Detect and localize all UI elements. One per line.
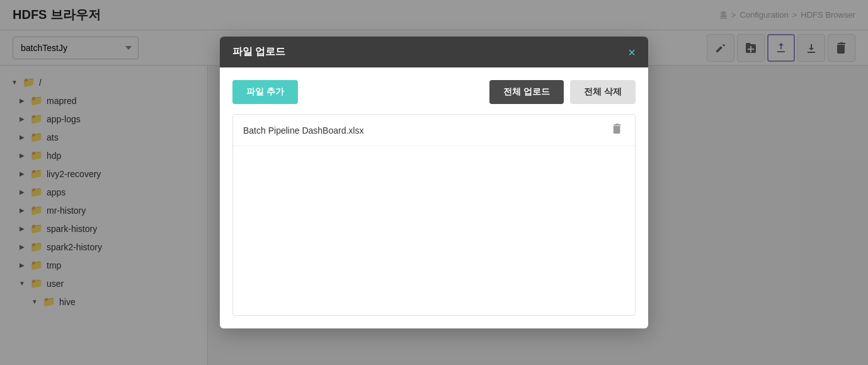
upload-modal: 파일 업로드 × 파일 추가 전체 업로드 전체 삭제 Batch Pipeli… [220,37,648,328]
modal-overlay: 파일 업로드 × 파일 추가 전체 업로드 전체 삭제 Batch Pipeli… [0,0,868,365]
file-name: Batch Pipeline DashBoard.xlsx [243,125,363,136]
modal-title: 파일 업로드 [232,45,285,59]
delete-all-button[interactable]: 전체 삭제 [570,80,636,104]
add-file-button[interactable]: 파일 추가 [232,80,298,104]
file-list: Batch Pipeline DashBoard.xlsx [232,114,636,316]
file-list-item: Batch Pipeline DashBoard.xlsx [233,115,635,146]
modal-header: 파일 업로드 × [220,37,648,67]
file-item-delete-button[interactable] [610,124,625,137]
modal-body: 파일 추가 전체 업로드 전체 삭제 Batch Pipeline DashBo… [220,67,648,328]
modal-actions: 파일 추가 전체 업로드 전체 삭제 [232,80,636,104]
upload-all-button[interactable]: 전체 업로드 [489,80,564,104]
modal-close-button[interactable]: × [628,46,636,59]
